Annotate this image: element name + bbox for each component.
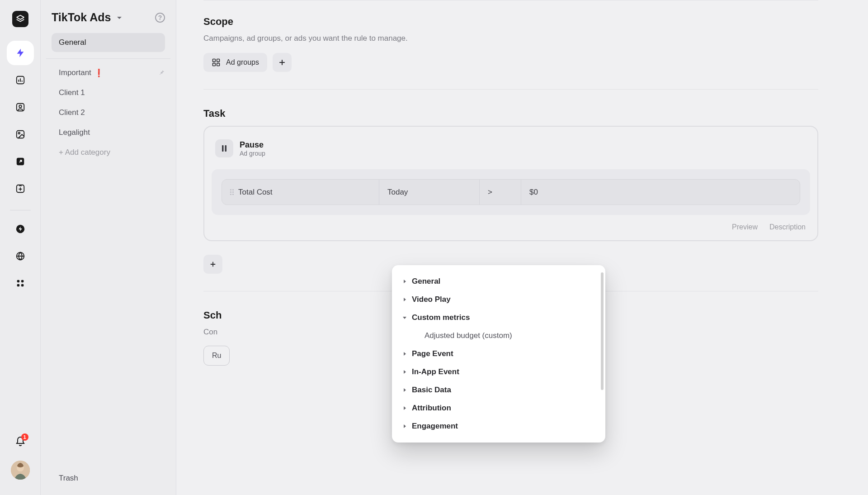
svg-rect-3 xyxy=(16,131,24,138)
nav-bolt-dark[interactable] xyxy=(7,217,34,241)
condition-operator-label: > xyxy=(488,188,492,197)
svg-rect-17 xyxy=(213,63,216,66)
svg-rect-15 xyxy=(213,59,216,62)
workspace-title: TikTok Ads xyxy=(52,11,111,24)
sidebar-item-legalight[interactable]: Legalight xyxy=(52,123,165,142)
workspace-switcher[interactable]: TikTok Ads xyxy=(52,11,124,24)
condition-panel: Total Cost Today > $0 xyxy=(212,169,810,215)
dropdown-item-adjusted-budget[interactable]: Adjusted budget (custom) xyxy=(392,327,605,345)
user-avatar[interactable] xyxy=(11,461,30,480)
nav-external[interactable] xyxy=(7,149,34,174)
nav-globe[interactable] xyxy=(7,244,34,268)
svg-rect-12 xyxy=(21,284,24,287)
condition-operator-cell[interactable]: > xyxy=(480,180,521,205)
sidebar-item-label: Client 2 xyxy=(59,108,85,117)
important-emoji-icon: ❗ xyxy=(94,68,104,78)
dropdown-group-pageevent[interactable]: Page Event xyxy=(392,345,605,363)
sidebar-item-client2[interactable]: Client 2 xyxy=(52,103,165,122)
chevron-right-icon xyxy=(402,406,407,410)
add-category-button[interactable]: + Add category xyxy=(52,143,165,162)
svg-rect-20 xyxy=(225,145,227,152)
top-divider xyxy=(203,0,818,0)
condition-period-cell[interactable]: Today xyxy=(379,180,480,205)
sidebar-divider xyxy=(46,58,170,59)
chevron-down-icon xyxy=(402,315,407,320)
dropdown-group-label: In-App Event xyxy=(412,367,459,376)
nav-add-module[interactable] xyxy=(7,176,34,201)
sidebar-item-label: Legalight xyxy=(59,128,90,137)
condition-metric-label: Total Cost xyxy=(238,188,273,197)
sidebar-item-client1[interactable]: Client 1 xyxy=(52,83,165,102)
chevron-right-icon xyxy=(402,352,407,356)
sidebar-item-important[interactable]: Important ❗ xyxy=(52,63,158,82)
dropdown-group-label: Attribution xyxy=(412,404,451,413)
chevron-right-icon xyxy=(402,297,407,302)
chevron-right-icon xyxy=(402,370,407,374)
sidebar-item-label: Client 1 xyxy=(59,88,85,97)
scope-chip-adgroups[interactable]: Ad groups xyxy=(203,53,267,72)
svg-rect-16 xyxy=(217,59,220,62)
task-card: Pause Ad group Total Cost Today xyxy=(203,126,818,241)
help-button[interactable]: ? xyxy=(155,13,165,23)
add-category-label: + Add category xyxy=(59,148,110,157)
dropdown-group-attribution[interactable]: Attribution xyxy=(392,399,605,417)
sidebar-item-label: General xyxy=(59,38,86,47)
sidebar-item-general[interactable]: General xyxy=(52,33,165,52)
grid-icon xyxy=(212,58,221,67)
dropdown-group-general[interactable]: General xyxy=(392,272,605,290)
nav-media[interactable] xyxy=(7,122,34,147)
svg-rect-11 xyxy=(17,284,19,287)
sidebar-item-label: Important xyxy=(59,68,91,77)
condition-value-label: $0 xyxy=(529,188,538,197)
dropdown-group-label: General xyxy=(412,277,440,286)
dropdown-group-label: Basic Data xyxy=(412,386,451,395)
dropdown-group-label: Page Event xyxy=(412,349,453,358)
preview-link[interactable]: Preview xyxy=(732,223,758,231)
task-action-subtitle: Ad group xyxy=(240,150,265,157)
drag-handle-icon[interactable] xyxy=(230,189,234,195)
dropdown-group-custommetrics[interactable]: Custom metrics xyxy=(392,309,605,327)
dropdown-group-videoplay[interactable]: Video Play xyxy=(392,290,605,309)
dropdown-group-engagement[interactable]: Engagement xyxy=(392,417,605,435)
dropdown-group-inappevent[interactable]: In-App Event xyxy=(392,363,605,381)
scope-subtitle: Campaigns, ad groups, or ads you want th… xyxy=(203,34,818,43)
chevron-down-icon xyxy=(115,13,124,22)
run-button-label: Ru xyxy=(212,352,221,360)
svg-rect-10 xyxy=(21,280,24,283)
rail-divider xyxy=(10,210,31,210)
scope-title: Scope xyxy=(203,16,818,28)
nav-apps[interactable] xyxy=(7,271,34,295)
dropdown-group-label: Custom metrics xyxy=(412,313,470,322)
chip-label: Ad groups xyxy=(226,58,259,67)
svg-rect-18 xyxy=(217,63,220,66)
chevron-right-icon xyxy=(402,388,407,392)
dropdown-group-label: Video Play xyxy=(412,295,451,304)
svg-rect-19 xyxy=(222,145,224,152)
svg-rect-9 xyxy=(17,280,19,283)
condition-value-cell[interactable]: $0 xyxy=(521,180,800,205)
schedule-run-button[interactable]: Ru xyxy=(203,346,230,366)
task-action-title: Pause xyxy=(240,140,265,150)
dropdown-group-basicdata[interactable]: Basic Data xyxy=(392,381,605,399)
add-scope-button[interactable] xyxy=(273,53,292,72)
nav-analytics[interactable] xyxy=(7,68,34,92)
plus-icon xyxy=(278,58,287,67)
pause-icon xyxy=(215,139,233,157)
trash-link[interactable]: Trash xyxy=(52,469,165,488)
description-link[interactable]: Description xyxy=(769,223,806,231)
metric-dropdown: General Video Play Custom metrics Adjust… xyxy=(392,265,605,443)
app-logo[interactable] xyxy=(12,11,28,27)
nav-automation[interactable] xyxy=(7,41,34,65)
add-task-button[interactable] xyxy=(203,255,222,274)
svg-point-2 xyxy=(19,105,22,108)
svg-point-4 xyxy=(18,132,20,134)
dropdown-group-label: Engagement xyxy=(412,422,458,431)
chevron-right-icon xyxy=(402,424,407,428)
notifications-button[interactable]: 1 xyxy=(15,436,26,449)
condition-metric-cell[interactable]: Total Cost xyxy=(222,180,379,205)
pin-icon[interactable] xyxy=(158,69,165,78)
scrollbar-thumb[interactable] xyxy=(601,272,604,390)
nav-contacts[interactable] xyxy=(7,95,34,119)
trash-label: Trash xyxy=(59,474,78,483)
condition-row: Total Cost Today > $0 xyxy=(222,179,800,205)
